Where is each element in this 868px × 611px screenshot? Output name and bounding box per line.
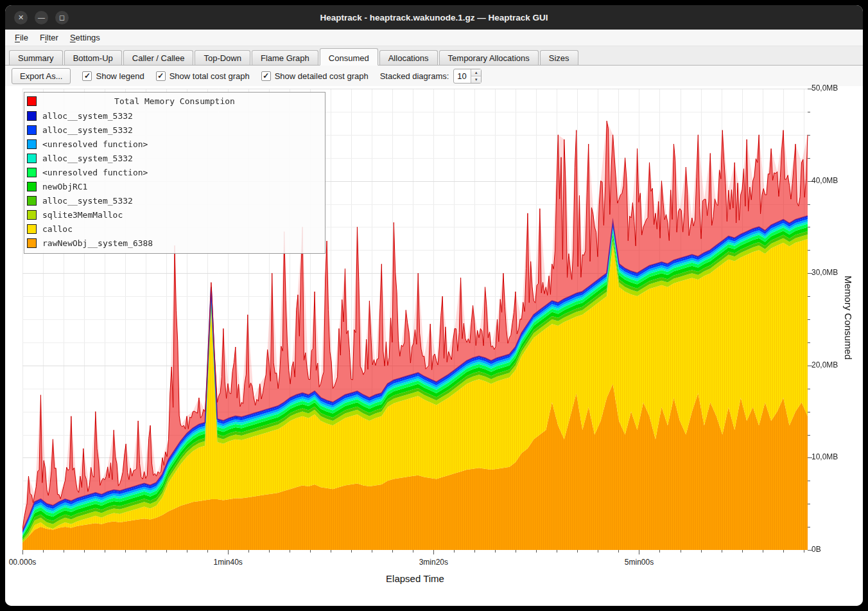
checkbox-show-total-cost-graph[interactable]: ✓Show total cost graph: [156, 71, 250, 81]
legend-item-alloc-system-5332[interactable]: alloc__system_5332: [27, 109, 322, 123]
legend-color-swatch: [27, 111, 37, 121]
legend-item-alloc-system-5332[interactable]: alloc__system_5332: [27, 123, 322, 137]
spinner-down-icon[interactable]: ▼: [471, 76, 481, 83]
legend-item-unresolved-function[interactable]: <unresolved function>: [27, 137, 322, 151]
stacked-diagrams-value[interactable]: 10: [454, 69, 471, 83]
tab-top-down[interactable]: Top-Down: [195, 50, 250, 65]
x-tick-label: 1min40s: [213, 558, 242, 567]
x-tick-label: 3min20s: [419, 558, 448, 567]
legend-item-newobjrc1[interactable]: newObjRC1: [27, 179, 322, 193]
legend-item-label: alloc__system_5332: [42, 196, 133, 206]
legend-color-swatch: [27, 210, 37, 220]
checkmark-icon: ✓: [156, 71, 166, 81]
minimize-icon: —: [38, 13, 45, 21]
checkbox-label: Show legend: [96, 71, 144, 81]
menu-filter[interactable]: Filter: [34, 31, 64, 44]
toolbar: Export As... ✓Show legend✓Show total cos…: [5, 66, 863, 86]
spinner-buttons: ▲ ▼: [471, 69, 481, 83]
legend-title: Total Memory Consumption: [27, 94, 322, 109]
export-as-button[interactable]: Export As...: [12, 68, 71, 84]
spinner-up-icon[interactable]: ▲: [471, 69, 481, 76]
tab-bottom-up[interactable]: Bottom-Up: [64, 50, 122, 65]
legend-item-label: <unresolved function>: [42, 168, 148, 177]
consumed-chart-area: Total Memory Consumption alloc__system_5…: [5, 86, 863, 606]
x-tick-label: 00.000s: [9, 558, 37, 567]
menu-bar: FileFilterSettings: [5, 30, 863, 46]
window-controls: ✕ — ◻: [14, 5, 69, 30]
legend-color-swatch: [27, 238, 37, 248]
app-window: ✕ — ◻ Heaptrack - heaptrack.wakunode.1.g…: [5, 5, 863, 606]
close-icon: ✕: [18, 13, 24, 21]
tab-sizes[interactable]: Sizes: [540, 50, 578, 65]
y-axis-label: Memory Consumed: [843, 173, 854, 462]
legend-item-label: sqlite3MemMalloc: [42, 210, 123, 220]
maximize-icon: ◻: [59, 13, 65, 21]
legend-total-swatch: [27, 96, 37, 106]
maximize-button[interactable]: ◻: [55, 11, 69, 24]
y-tick-label: 30,0MB: [812, 268, 838, 277]
legend-item-unresolved-function[interactable]: <unresolved function>: [27, 165, 322, 179]
legend-item-label: <unresolved function>: [42, 139, 148, 149]
checkbox-show-legend[interactable]: ✓Show legend: [82, 71, 144, 81]
tab-bar: SummaryBottom-UpCaller / CalleeTop-DownF…: [5, 46, 863, 66]
y-tick-label: 0B: [812, 545, 821, 554]
tab-caller-callee[interactable]: Caller / Callee: [123, 50, 194, 65]
legend-color-swatch: [27, 196, 37, 206]
checkbox-show-detailed-cost-graph[interactable]: ✓Show detailed cost graph: [261, 71, 369, 81]
title-bar[interactable]: ✕ — ◻ Heaptrack - heaptrack.wakunode.1.g…: [5, 5, 863, 30]
y-tick-label: 40,0MB: [812, 176, 838, 185]
checkmark-icon: ✓: [82, 71, 92, 81]
y-tick-label: 20,0MB: [812, 360, 838, 369]
legend-color-swatch: [27, 154, 37, 163]
menu-file[interactable]: File: [9, 31, 34, 44]
y-tick-label: 50,0MB: [812, 84, 838, 93]
stacked-diagrams-spinner[interactable]: 10 ▲ ▼: [453, 69, 482, 84]
legend-color-swatch: [27, 139, 37, 149]
legend-color-swatch: [27, 182, 37, 191]
legend-title-row: Total Memory Consumption: [27, 94, 322, 109]
legend-item-sqlite3memmalloc[interactable]: sqlite3MemMalloc: [27, 208, 322, 222]
legend-item-calloc[interactable]: calloc: [27, 222, 322, 236]
legend-item-alloc-system-5332[interactable]: alloc__system_5332: [27, 151, 322, 165]
tab-temporary-allocations[interactable]: Temporary Allocations: [439, 50, 539, 65]
tab-allocations[interactable]: Allocations: [379, 50, 438, 65]
legend-item-label: rawNewObj__system_6388: [42, 238, 153, 248]
stacked-diagrams-control: Stacked diagrams: 10 ▲ ▼: [380, 69, 482, 84]
tab-flame-graph[interactable]: Flame Graph: [252, 50, 318, 65]
y-tick-label: 10,0MB: [812, 452, 838, 461]
tab-summary[interactable]: Summary: [9, 50, 63, 65]
legend-item-label: newObjRC1: [42, 182, 87, 191]
x-axis-label: Elapsed Time: [22, 573, 808, 584]
toolbar-checkboxes: ✓Show legend✓Show total cost graph✓Show …: [82, 71, 368, 81]
stacked-diagrams-label: Stacked diagrams:: [380, 71, 449, 81]
legend-color-swatch: [27, 125, 37, 135]
legend-item-rawnewobj-system-6388[interactable]: rawNewObj__system_6388: [27, 236, 322, 250]
x-tick-label: 5min00s: [625, 558, 654, 567]
checkbox-label: Show total cost graph: [169, 71, 250, 81]
window-title: Heaptrack - heaptrack.wakunode.1.gz — He…: [5, 13, 863, 22]
legend-item-alloc-system-5332[interactable]: alloc__system_5332: [27, 193, 322, 208]
legend-color-swatch: [27, 168, 37, 177]
chart-legend: Total Memory Consumption alloc__system_5…: [24, 92, 326, 254]
checkmark-icon: ✓: [261, 71, 271, 81]
legend-item-label: alloc__system_5332: [42, 111, 133, 121]
legend-color-swatch: [27, 224, 37, 234]
legend-item-label: calloc: [42, 224, 73, 234]
close-button[interactable]: ✕: [14, 11, 28, 24]
tab-consumed[interactable]: Consumed: [320, 48, 378, 66]
checkbox-label: Show detailed cost graph: [275, 71, 369, 81]
legend-item-label: alloc__system_5332: [42, 125, 133, 135]
minimize-button[interactable]: —: [35, 11, 48, 24]
menu-settings[interactable]: Settings: [64, 31, 106, 44]
legend-item-label: alloc__system_5332: [42, 154, 133, 163]
